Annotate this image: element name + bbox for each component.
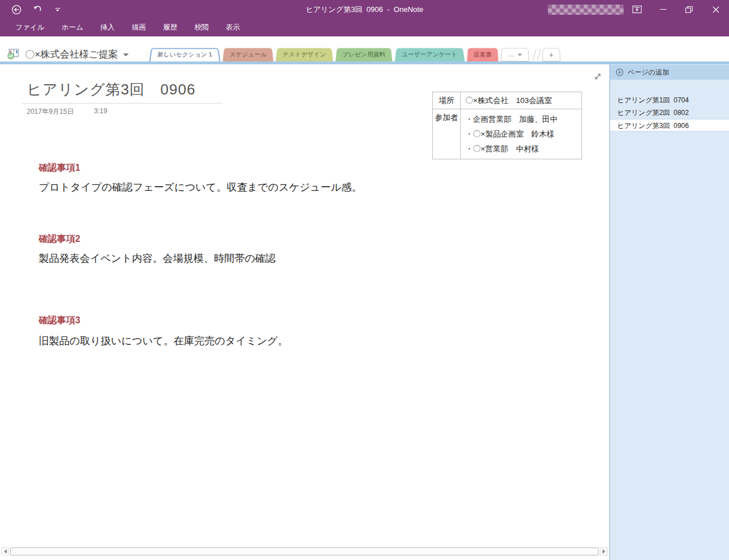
title-bar: ヒアリング第3回 0906 - OneNote bbox=[0, 0, 729, 19]
section-tab-presentation[interactable]: プレゼン用資料 bbox=[335, 48, 392, 61]
ribbon-tab-bar: ファイル ホーム 挿入 描画 履歴 校閲 表示 bbox=[0, 19, 729, 36]
notebook-name: 〇×株式会社様ご提案 bbox=[25, 48, 118, 61]
onenote-window: ヒアリング第3回 0906 - OneNote ファ bbox=[0, 0, 729, 560]
notebook-dropdown[interactable]: 〇×株式会社様ご提案 bbox=[7, 47, 129, 61]
hscroll-thumb[interactable] bbox=[10, 547, 599, 555]
participant-line: ・〇×製品企画室 鈴木様 bbox=[465, 127, 577, 142]
section-tab-new-section-1[interactable]: 新しいセクション 1 bbox=[149, 48, 220, 61]
table-cell-participants-label[interactable]: 参加者 bbox=[433, 109, 461, 159]
notebook-section-bar: 〇×株式会社様ご提案 新しいセクション 1 スケジュール テストデザイン プレゼ… bbox=[0, 36, 729, 61]
page-date[interactable]: 2017年9月15日 bbox=[27, 107, 74, 117]
page-item-hearing-1[interactable]: ヒアリング第1回 0704 bbox=[610, 94, 729, 106]
section-tab-schedule[interactable]: スケジュール bbox=[223, 48, 273, 61]
table-cell-location-label[interactable]: 場所 bbox=[433, 92, 461, 109]
page-item-hearing-3-selected[interactable]: ヒアリング第3回 0906 bbox=[610, 119, 729, 131]
table-cell-location-value[interactable]: 〇×株式会社 103会議室 bbox=[461, 92, 582, 109]
section-tabs: 新しいセクション 1 スケジュール テストデザイン プレゼン用資料 ユーザーアン… bbox=[149, 47, 560, 61]
ribbon-tab-view[interactable]: 表示 bbox=[217, 19, 248, 36]
section-tab-user-survey[interactable]: ユーザーアンケート bbox=[395, 48, 465, 61]
page-time[interactable]: 3:19 bbox=[94, 107, 107, 115]
ribbon-display-options-button[interactable] bbox=[629, 3, 645, 15]
page-title[interactable]: ヒアリング第3回 0906 bbox=[27, 80, 195, 100]
section-tab-proposal[interactable]: 提案書 bbox=[467, 48, 498, 61]
note-body-2[interactable]: 製品発表会イベント内容。会場規模、時間帯の確認 bbox=[39, 252, 276, 265]
ribbon-tab-draw[interactable]: 描画 bbox=[123, 19, 154, 36]
ribbon-tab-file[interactable]: ファイル bbox=[7, 19, 53, 36]
section-overflow-tab[interactable]: … bbox=[501, 48, 529, 61]
participant-line: ・企画営業部 加藤、田中 bbox=[465, 112, 577, 127]
arrow-right-icon bbox=[603, 549, 605, 554]
add-page-icon bbox=[616, 68, 624, 76]
expand-icon[interactable] bbox=[593, 72, 603, 81]
add-section-tab[interactable]: + bbox=[542, 48, 560, 61]
note-body-3[interactable]: 旧製品の取り扱いについて。在庫完売のタイミング。 bbox=[39, 334, 288, 348]
hscroll-right-button[interactable] bbox=[600, 547, 608, 555]
page-canvas[interactable]: ヒアリング第3回 0906 2017年9月15日 3:19 場所 〇×株式会社 … bbox=[0, 64, 609, 560]
restore-icon bbox=[685, 6, 693, 13]
ribbon-display-options-icon bbox=[632, 5, 642, 14]
ribbon-tab-review[interactable]: 校閲 bbox=[186, 19, 217, 36]
add-page-label: ページの追加 bbox=[628, 68, 669, 77]
note-heading-1[interactable]: 確認事項1 bbox=[39, 162, 80, 174]
meeting-info-table[interactable]: 場所 〇×株式会社 103会議室 参加者 ・企画営業部 加藤、田中 ・〇×製品企… bbox=[432, 92, 582, 159]
close-icon bbox=[712, 6, 719, 13]
tab-separator bbox=[537, 49, 541, 60]
minimize-button[interactable] bbox=[655, 3, 671, 15]
table-cell-participants-value[interactable]: ・企画営業部 加藤、田中 ・〇×製品企画室 鈴木様 ・〇×営業部 中村様 bbox=[461, 109, 582, 159]
note-body-1[interactable]: プロトタイプの確認フェーズについて。収査までのスケジュール感。 bbox=[39, 180, 362, 194]
user-account-name-redacted[interactable] bbox=[548, 5, 624, 15]
chevron-down-icon bbox=[518, 53, 522, 56]
page-list: ヒアリング第1回 0704 ヒアリング第2回 0802 ヒアリング第3回 090… bbox=[610, 94, 729, 131]
chevron-down-icon bbox=[123, 53, 129, 56]
hscroll-left-button[interactable] bbox=[1, 547, 9, 555]
add-page-button[interactable]: ページの追加 bbox=[610, 65, 729, 80]
note-heading-3[interactable]: 確認事項3 bbox=[39, 315, 80, 327]
arrow-left-icon bbox=[4, 549, 7, 554]
ribbon-tab-insert[interactable]: 挿入 bbox=[92, 19, 123, 36]
restore-button[interactable] bbox=[681, 3, 697, 15]
minimize-icon bbox=[660, 9, 666, 10]
tab-separator bbox=[533, 49, 536, 60]
close-button[interactable] bbox=[708, 3, 724, 15]
section-tab-test-design[interactable]: テストデザイン bbox=[276, 48, 333, 61]
participant-line: ・〇×営業部 中村様 bbox=[465, 142, 577, 157]
note-heading-2[interactable]: 確認事項2 bbox=[39, 233, 80, 245]
ribbon-tab-home[interactable]: ホーム bbox=[53, 19, 92, 36]
ribbon-tab-history[interactable]: 履歴 bbox=[154, 19, 186, 36]
overflow-ellipsis: … bbox=[507, 48, 514, 61]
title-underline bbox=[22, 103, 222, 104]
page-item-hearing-2[interactable]: ヒアリング第2回 0802 bbox=[610, 106, 729, 119]
page-list-sidebar: ページの追加 ヒアリング第1回 0704 ヒアリング第2回 0802 ヒアリング… bbox=[609, 64, 729, 560]
notebook-icon bbox=[7, 48, 20, 60]
